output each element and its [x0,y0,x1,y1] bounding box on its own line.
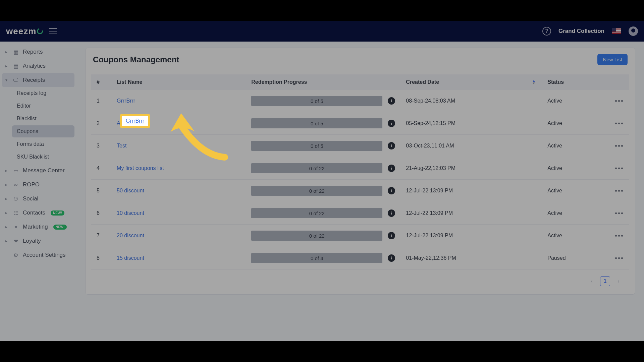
row-index: 1 [91,90,111,112]
table-row: 720 discount0 of 22i12-Jul-22,13:09 PMAc… [91,225,629,247]
account-avatar-icon[interactable] [629,26,638,36]
pager-next-icon[interactable]: › [613,276,624,286]
sidebar-item-label: Loyalty [23,238,41,244]
progress-bar: 0 of 4 [251,253,382,263]
info-icon[interactable]: i [388,165,395,172]
chevron-right-icon: ▸ [5,50,9,54]
new-list-button[interactable]: New List [597,54,628,65]
row-actions-menu-icon[interactable]: ••• [609,90,629,112]
tutorial-arrow-icon [158,105,235,162]
sidebar-item-label: Account Settings [23,252,66,258]
list-name-link[interactable]: My first coupons list [117,165,164,171]
sidebar-item-label: ROPO [23,181,40,188]
table-row: 815 discount0 of 4i01-May-22,12:36 PMPau… [91,247,629,269]
progress-bar: 0 of 5 [251,96,382,106]
sidebar-subitem-receipts-log[interactable]: Receipts log [12,87,74,99]
sidebar-icon: ∞ [12,182,19,188]
table-row: 550 discount0 of 22i12-Jul-22,13:09 PMAc… [91,180,629,202]
sidebar-item-label: Reports [23,49,43,55]
progress-bar: 0 of 5 [251,118,382,128]
sidebar-subitem-blacklist[interactable]: Blacklist [12,113,74,125]
row-actions-menu-icon[interactable]: ••• [609,135,629,157]
pager-page-1[interactable]: 1 [600,276,610,286]
col-idx[interactable]: # [91,74,111,90]
coupons-card: Coupons Management New List # List Name … [85,48,635,295]
progress-bar: 0 of 22 [251,208,382,218]
list-name-link[interactable]: 50 discount [117,188,144,193]
sidebar-item-message-center[interactable]: ▸▭Message Center [2,164,74,178]
app-frame: weezm ? Grand Collection ▸▦Reports▸▤Anal… [0,21,644,341]
info-icon[interactable]: i [388,142,395,149]
info-icon[interactable]: i [388,120,395,127]
sidebar-subitem-forms-data[interactable]: Forms data [12,138,74,150]
sidebar-icon: ⚇ [12,196,19,202]
sidebar-subitem-coupons[interactable]: Coupons [12,125,74,137]
chevron-right-icon: ▸ [5,182,9,187]
highlighted-list-link[interactable]: GrrrBrrr [126,118,144,124]
list-name-link[interactable]: 20 discount [117,233,144,238]
chevron-right-icon: ▸ [5,210,9,215]
sidebar-icon: ✦ [12,224,19,230]
row-actions-menu-icon[interactable]: ••• [609,225,629,247]
list-name-link[interactable]: GrrrBrrr [117,98,135,104]
list-name-link[interactable]: 15 discount [117,255,144,261]
info-icon[interactable]: i [388,254,395,262]
row-index: 5 [91,180,111,202]
row-actions-menu-icon[interactable]: ••• [609,247,629,269]
col-date[interactable]: Created Date ▲▼ [400,74,542,90]
row-status: Active [542,90,609,112]
row-status: Active [542,157,609,180]
progress-bar: 0 of 5 [251,141,382,151]
chevron-right-icon: ▸ [5,239,9,243]
sidebar-item-marketing[interactable]: ▸✦MarketingNEW! [2,220,74,234]
col-date-label: Created Date [406,79,439,85]
row-actions-menu-icon[interactable]: ••• [609,157,629,180]
sidebar-icon: ▭ [12,168,19,174]
sidebar: ▸▦Reports▸▤Analytics▾🖵ReceiptsReceipts l… [0,42,76,341]
sidebar-item-label: Social [23,195,38,202]
sidebar-item-analytics[interactable]: ▸▤Analytics [2,59,74,73]
row-status: Active [542,202,609,225]
sidebar-item-receipts[interactable]: ▾🖵Receipts [2,73,74,87]
info-icon[interactable]: i [388,187,395,194]
list-name-link[interactable]: Test [117,143,126,148]
row-actions-menu-icon[interactable]: ••• [609,180,629,202]
col-progress[interactable]: Redemption Progress [246,74,400,90]
help-icon[interactable]: ? [542,27,551,36]
col-name[interactable]: List Name [111,74,246,90]
sidebar-item-account-settings[interactable]: ⚙Account Settings [2,248,74,262]
chevron-down-icon: ▾ [5,78,9,82]
col-status[interactable]: Status [542,74,609,90]
info-icon[interactable]: i [388,232,395,239]
menu-toggle-icon[interactable] [49,28,57,34]
row-progress-cell: 0 of 22i [246,180,400,202]
chevron-right-icon: ▸ [5,168,9,173]
sidebar-item-reports[interactable]: ▸▦Reports [2,45,74,59]
row-status: Active [542,180,609,202]
row-actions-menu-icon[interactable]: ••• [609,112,629,135]
locale-flag-icon[interactable] [612,28,621,34]
info-icon[interactable]: i [388,209,395,217]
progress-bar: 0 of 22 [251,231,382,241]
sidebar-item-social[interactable]: ▸⚇Social [2,192,74,206]
row-index: 8 [91,247,111,269]
card-header: Coupons Management New List [86,48,635,74]
sidebar-item-ropo[interactable]: ▸∞ROPO [2,178,74,192]
row-progress-cell: 0 of 22i [246,157,400,180]
sidebar-subitem-editor[interactable]: Editor [12,100,74,112]
row-actions-menu-icon[interactable]: ••• [609,202,629,225]
sidebar-icon: ⚙ [12,252,19,258]
business-name[interactable]: Grand Collection [558,28,604,35]
list-name-link[interactable]: 10 discount [117,210,144,216]
pager-prev-icon[interactable]: ‹ [587,276,597,286]
row-status: Active [542,135,609,157]
sidebar-item-label: Contacts [23,209,45,216]
sort-icon[interactable]: ▲▼ [532,79,535,85]
brand-logo[interactable]: weezm [6,26,43,37]
chevron-right-icon: ▸ [5,196,9,201]
info-icon[interactable]: i [388,97,395,105]
sidebar-item-loyalty[interactable]: ▸❤Loyalty [2,234,74,248]
row-date: 12-Jul-22,13:09 PM [400,180,542,202]
sidebar-subitem-sku-blacklist[interactable]: SKU Blacklist [12,151,74,163]
sidebar-item-contacts[interactable]: ▸☷ContactsNEW! [2,206,74,220]
